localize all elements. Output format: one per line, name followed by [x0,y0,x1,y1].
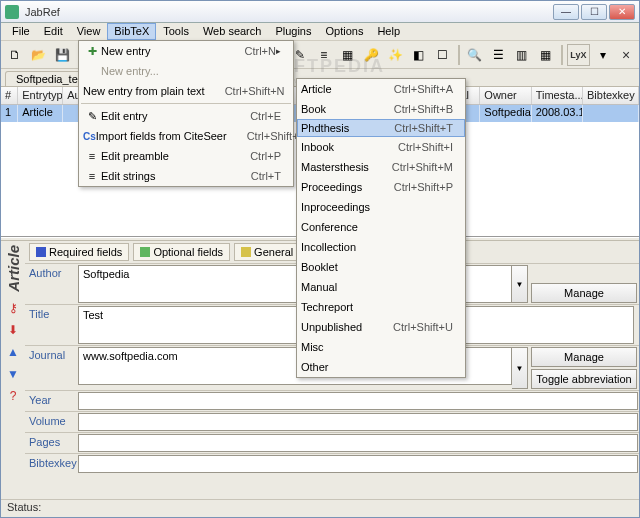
strings-icon: ≡ [83,170,101,182]
toggle-icon[interactable]: ▥ [511,44,533,66]
sub-phdthesis[interactable]: PhdthesisCtrl+Shift+T [297,119,465,137]
sub-booklet[interactable]: Booklet [297,257,465,277]
manage-author-button[interactable]: Manage [531,283,637,303]
minimize-button[interactable]: — [553,4,579,20]
key-icon[interactable]: 🔑 [361,44,383,66]
sub-masters[interactable]: MastersthesisCtrl+Shift+M [297,157,465,177]
journal-dropdown-icon[interactable]: ▼ [512,347,528,389]
status-bar: Status: [1,499,639,517]
manage-journal-button[interactable]: Manage [531,347,637,367]
preview-icon[interactable]: ☰ [487,44,509,66]
menu-websearch[interactable]: Web search [196,23,269,40]
open-icon[interactable]: 📂 [28,44,50,66]
window-title: JabRef [25,6,553,18]
tab-required[interactable]: Required fields [29,243,129,261]
cell-type: Article [18,105,63,122]
sub-article[interactable]: ArticleCtrl+Shift+A [297,79,465,99]
col-num[interactable]: # [1,87,18,104]
journal-label: Journal [25,346,77,390]
strings-icon[interactable]: ≡ [313,44,335,66]
separator [458,45,460,65]
menu-edit-preamble[interactable]: ≡Edit preambleCtrl+P [79,146,293,166]
menu-file[interactable]: File [5,23,37,40]
menubar: File Edit View BibTeX Tools Web search P… [1,23,639,41]
new-db-icon[interactable]: 🗋 [4,44,26,66]
sub-proceedings[interactable]: ProceedingsCtrl+Shift+P [297,177,465,197]
sub-misc[interactable]: Misc [297,337,465,357]
author-label: Author [25,264,77,304]
cell-bibtexkey [583,105,639,122]
generate-key-icon[interactable]: ⚷ [5,300,21,316]
panel-icon[interactable]: ▦ [535,44,557,66]
tab-optional[interactable]: Optional fields [133,243,230,261]
lyx-button[interactable]: LyX [567,44,591,66]
toolbar-close-icon[interactable]: × [616,47,636,63]
pdf-icon[interactable]: ⬇ [5,322,21,338]
submenu-arrow-icon: ▸ [276,46,281,56]
sub-incollection[interactable]: Incollection [297,237,465,257]
menu-new-plain[interactable]: New entry from plain textCtrl+Shift+N [79,81,293,101]
bibtexkey-field[interactable] [78,455,638,473]
maximize-button[interactable]: ☐ [581,4,607,20]
titlebar: JabRef — ☐ ✕ [1,1,639,23]
close-button[interactable]: ✕ [609,4,635,20]
menu-options[interactable]: Options [318,23,370,40]
pages-field[interactable] [78,434,638,452]
toggle-abbrev-button[interactable]: Toggle abbreviation [531,369,637,389]
menu-import-citeseer[interactable]: CsImport fields from CiteSeerCtrl+Shift+… [79,126,293,146]
col-entrytype[interactable]: Entrytype [18,87,63,104]
menu-new-entry[interactable]: ✚New entryCtrl+N▸ [79,41,293,61]
col-bibtexkey[interactable]: Bibtexkey [583,87,639,104]
year-field[interactable] [78,392,638,410]
push-icon[interactable]: ▾ [592,44,614,66]
app-icon [5,5,19,19]
sub-inbook[interactable]: InbookCtrl+Shift+I [297,137,465,157]
menu-separator [81,103,291,104]
entry-type-label: Article [5,241,22,296]
cell-num: 1 [1,105,18,122]
tab-general[interactable]: General [234,243,300,261]
sub-manual[interactable]: Manual [297,277,465,297]
plus-icon: ✚ [83,45,101,58]
volume-field[interactable] [78,413,638,431]
menu-edit-strings[interactable]: ≡Edit stringsCtrl+T [79,166,293,186]
pencil-icon: ✎ [83,110,101,123]
col-timestamp[interactable]: Timesta... [532,87,583,104]
menu-bibtex[interactable]: BibTeX [107,23,156,40]
mark-icon[interactable]: ◧ [408,44,430,66]
sub-other[interactable]: Other [297,357,465,377]
author-dropdown-icon[interactable]: ▼ [512,265,528,303]
menu-plugins[interactable]: Plugins [268,23,318,40]
menu-view[interactable]: View [70,23,108,40]
entry-type-submenu: ArticleCtrl+Shift+A BookCtrl+Shift+B Phd… [296,78,466,378]
save-icon[interactable]: 💾 [52,44,74,66]
wand-icon[interactable]: ✨ [384,44,406,66]
menu-edit-entry[interactable]: ✎Edit entryCtrl+E [79,106,293,126]
groups-icon[interactable]: ▦ [337,44,359,66]
title-label: Title [25,305,77,345]
sub-conference[interactable]: Conference [297,217,465,237]
menu-edit[interactable]: Edit [37,23,70,40]
bibtexkey-label: Bibtexkey [25,454,77,474]
pages-label: Pages [25,433,77,453]
col-owner[interactable]: Owner [480,87,531,104]
next-entry-icon[interactable]: ▼ [5,366,21,382]
sub-techreport[interactable]: Techreport [297,297,465,317]
separator [561,45,563,65]
sub-book[interactable]: BookCtrl+Shift+B [297,99,465,119]
cell-timestamp: 2008.03.14 [532,105,583,122]
citeseer-icon: Cs [83,131,96,142]
year-label: Year [25,391,77,411]
prev-entry-icon[interactable]: ▲ [5,344,21,360]
menu-tools[interactable]: Tools [156,23,196,40]
volume-label: Volume [25,412,77,432]
sub-unpublished[interactable]: UnpublishedCtrl+Shift+U [297,317,465,337]
unmark-icon[interactable]: ☐ [432,44,454,66]
preamble-icon: ≡ [83,150,101,162]
search-icon[interactable]: 🔍 [464,44,486,66]
cell-owner: Softpedia [480,105,531,122]
menu-new-entry-dialog: New entry... [79,61,293,81]
help-icon[interactable]: ? [5,388,21,404]
menu-help[interactable]: Help [370,23,407,40]
sub-inproceedings[interactable]: Inproceedings [297,197,465,217]
